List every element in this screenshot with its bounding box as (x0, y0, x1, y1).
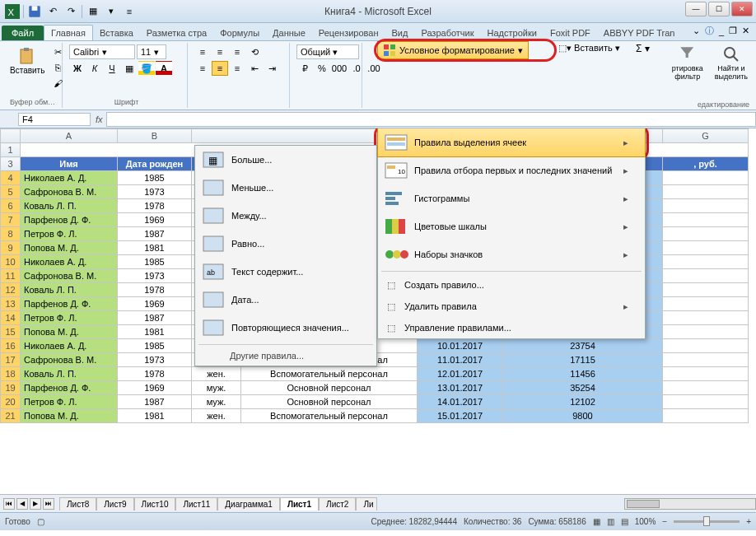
tab-addins[interactable]: Надстройки (481, 26, 544, 40)
align-middle-icon[interactable]: ≡ (212, 44, 228, 59)
menu-item-manage-rules[interactable]: ⬚Управление правилами... (378, 317, 645, 338)
tab-view[interactable]: Вид (385, 26, 415, 40)
bold-button[interactable]: Ж (69, 61, 86, 76)
horizontal-scrollbar[interactable] (624, 498, 756, 510)
indent-inc-icon[interactable]: ⇥ (264, 61, 280, 76)
menu-item-highlight-cell-rules[interactable]: Правила выделения ячеек▸ (377, 128, 646, 157)
font-size-selector[interactable]: 11▾ (137, 44, 166, 59)
macro-record-icon[interactable]: ▢ (37, 517, 44, 526)
menu-item-equal-to[interactable]: Равно... (195, 230, 376, 258)
menu-item-other-rules[interactable]: Другие правила... (195, 347, 376, 366)
sheet-tab[interactable]: Ли (356, 497, 377, 510)
sheet-tab[interactable]: Лист11 (175, 497, 217, 510)
qat-btn-1[interactable]: ▦ (86, 4, 100, 19)
cut-icon[interactable]: ✂ (49, 44, 66, 59)
sheet-tab[interactable]: Лист8 (59, 497, 96, 510)
paste-button[interactable]: Вставить (7, 44, 48, 77)
fill-color-button[interactable]: 🪣 (138, 61, 155, 76)
insert-cells-button[interactable]: ⬚▾ Вставить ▾ (558, 43, 620, 54)
decimal-dec-icon[interactable]: .00 (366, 61, 382, 76)
align-bottom-icon[interactable]: ≡ (229, 44, 245, 59)
zoom-slider[interactable] (674, 520, 740, 523)
menu-item-greater-than[interactable]: ▦Больше... (195, 146, 376, 174)
sort-filter-button[interactable]: ртировка фильтр (669, 43, 707, 82)
menu-item-icon-sets[interactable]: Наборы значков▸ (378, 240, 645, 268)
file-tab[interactable]: Файл (2, 26, 44, 40)
comma-icon[interactable]: 000 (331, 61, 348, 76)
number-format-selector[interactable]: Общий ▾ (296, 44, 359, 59)
menu-item-less-than[interactable]: Меньше... (195, 174, 376, 202)
tab-page-layout[interactable]: Разметка стра (140, 26, 213, 40)
view-normal-icon[interactable]: ▦ (593, 517, 600, 526)
font-color-button[interactable]: A (156, 61, 172, 76)
font-name-selector[interactable]: Calibri▾ (69, 44, 135, 59)
menu-item-text-contains[interactable]: abТекст содержит... (195, 258, 376, 286)
table-row[interactable]: 18Коваль Л. П.1978жен.Вспомогательный пе… (1, 367, 749, 381)
menu-item-between[interactable]: Между... (195, 202, 376, 230)
menu-item-new-rule[interactable]: ⬚Создать правило... (378, 274, 645, 296)
menu-item-color-scales[interactable]: Цветовые шкалы▸ (378, 212, 645, 240)
doc-close-icon[interactable]: ✕ (742, 26, 749, 36)
name-box[interactable]: F4 (18, 113, 91, 126)
menu-item-duplicate-values[interactable]: Повторяющиеся значения... (195, 314, 376, 342)
view-page-layout-icon[interactable]: ▥ (607, 517, 614, 526)
autosum-icon[interactable]: Σ ▾ (636, 43, 650, 54)
fx-icon[interactable]: fx (96, 114, 103, 124)
excel-icon[interactable]: X (5, 4, 20, 19)
table-row[interactable]: 20Петров Ф. Л.1987муж.Основной персонал1… (1, 395, 749, 409)
undo-icon[interactable]: ↶ (45, 4, 60, 19)
zoom-out-button[interactable]: − (662, 517, 667, 526)
align-top-icon[interactable]: ≡ (194, 44, 211, 59)
sheet-nav-next[interactable]: ▶ (30, 498, 41, 510)
minimize-button[interactable]: — (685, 2, 707, 16)
redo-icon[interactable]: ↷ (63, 4, 78, 19)
sheet-tab[interactable]: Лист9 (96, 497, 133, 510)
tab-data[interactable]: Данные (266, 26, 312, 40)
tab-formulas[interactable]: Формулы (213, 26, 266, 40)
copy-icon[interactable]: ⎘ (49, 60, 66, 75)
menu-item-top-bottom-rules[interactable]: 10Правила отбора первых и последних знач… (378, 156, 645, 184)
table-row[interactable]: 21Попова М. Д.1981жен.Вспомогательный пе… (1, 409, 749, 423)
sheet-tab[interactable]: Диаграмма1 (217, 497, 280, 510)
tab-abbyy[interactable]: ABBYY PDF Tran (597, 26, 682, 40)
decimal-inc-icon[interactable]: .0 (348, 61, 365, 76)
table-row[interactable]: 19Парфенов Д. Ф.1969муж.Основной персона… (1, 381, 749, 395)
formula-input[interactable] (106, 112, 756, 127)
view-page-break-icon[interactable]: ▤ (621, 517, 628, 526)
percent-icon[interactable]: % (314, 61, 330, 76)
minimize-ribbon-icon[interactable]: ⌄ (693, 26, 700, 36)
save-icon[interactable] (27, 4, 42, 19)
menu-item-data-bars[interactable]: Гистограммы▸ (378, 184, 645, 212)
align-right-icon[interactable]: ≡ (229, 61, 245, 76)
format-painter-icon[interactable]: 🖌 (49, 76, 66, 91)
tab-foxit[interactable]: Foxit PDF (544, 26, 597, 40)
borders-button[interactable]: ▦ (121, 61, 138, 76)
zoom-in-button[interactable]: + (746, 517, 751, 526)
tab-review[interactable]: Рецензирован (312, 26, 385, 40)
sheet-tab-active[interactable]: Лист1 (280, 497, 319, 510)
sheet-tab[interactable]: Лист10 (134, 497, 176, 510)
qat-btn-3[interactable]: ≡ (122, 4, 137, 19)
tab-developer[interactable]: Разработчик (414, 26, 480, 40)
find-select-button[interactable]: Найти и выделить (712, 43, 751, 82)
align-left-icon[interactable]: ≡ (194, 61, 211, 76)
currency-icon[interactable]: ₽ (296, 61, 313, 76)
conditional-formatting-button[interactable]: Условное форматирование ▾ (377, 41, 529, 59)
sheet-nav-prev[interactable]: ◀ (16, 498, 28, 510)
doc-minimize-icon[interactable]: _ (719, 26, 724, 36)
menu-item-date[interactable]: Дата... (195, 286, 376, 314)
zoom-level[interactable]: 100% (635, 517, 656, 526)
maximize-button[interactable]: ☐ (708, 2, 730, 16)
doc-restore-icon[interactable]: ❐ (729, 26, 737, 36)
qat-btn-2[interactable]: ▾ (104, 4, 119, 19)
close-button[interactable]: ✕ (731, 2, 753, 16)
align-center-icon[interactable]: ≡ (212, 61, 228, 76)
help-icon[interactable]: ⓘ (705, 25, 714, 37)
sheet-tab[interactable]: Лист2 (319, 497, 356, 510)
orientation-icon[interactable]: ⟲ (246, 44, 263, 59)
sheet-nav-last[interactable]: ⏭ (43, 498, 54, 510)
tab-insert[interactable]: Вставка (93, 26, 140, 40)
sheet-nav-first[interactable]: ⏮ (3, 498, 15, 510)
indent-dec-icon[interactable]: ⇤ (246, 61, 263, 76)
tab-home[interactable]: Главная (44, 25, 93, 40)
